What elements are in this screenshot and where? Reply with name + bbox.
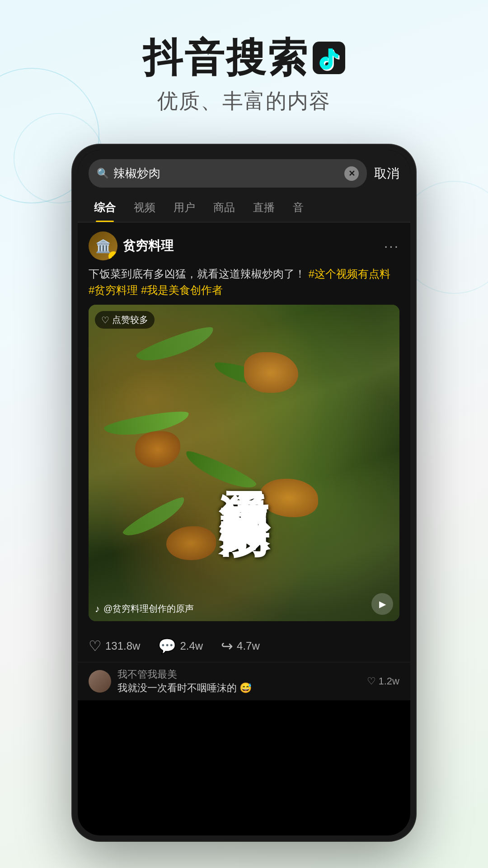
comment-like-number: 1.2w — [379, 675, 399, 687]
post-text: 下饭菜到底有多凶猛，就看这道辣椒炒肉了！ #这个视频有点料 #贫穷料理 #我是美… — [89, 266, 399, 298]
comment-text-area: 我不管我最美 我就没一次看时不咽唾沫的 😅 — [117, 668, 361, 695]
hashtag-1[interactable]: #这个视频有点料 — [309, 268, 390, 280]
commenter-name: 我不管我最美 — [117, 668, 361, 681]
comment-like-icon: ♡ — [367, 675, 376, 687]
like-icon: ♡ — [89, 637, 102, 655]
tab-直播[interactable]: 直播 — [244, 193, 284, 222]
phone-mockup: 🔍 辣椒炒肉 ✕ 取消 综合 视频 用户 商品 — [72, 145, 416, 841]
search-input-container[interactable]: 🔍 辣椒炒肉 ✕ — [89, 159, 367, 188]
tab-音[interactable]: 音 — [284, 193, 313, 222]
avatar: 🏛️ ✓ — [89, 231, 117, 260]
app-title-text: 抖音搜索 — [143, 36, 309, 80]
comment-content: 我就没一次看时不咽唾沫的 😅 — [117, 681, 361, 695]
share-count: 4.7w — [237, 640, 260, 652]
likes-tag-icon: ♡ — [101, 315, 109, 326]
like-button[interactable]: ♡ 131.8w — [89, 637, 140, 655]
comment-preview: 我不管我最美 我就没一次看时不咽唾沫的 😅 ♡ 1.2w — [78, 662, 410, 700]
post-author[interactable]: 🏛️ ✓ 贫穷料理 — [89, 231, 174, 260]
post-header: 🏛️ ✓ 贫穷料理 ··· — [89, 231, 399, 260]
tiktok-logo-icon — [313, 42, 345, 74]
video-title-overlay: 勇猛辣椒炒肉 — [89, 305, 399, 621]
share-button[interactable]: ↪ 4.7w — [221, 637, 260, 655]
verified-badge: ✓ — [108, 251, 117, 260]
tabs-bar: 综合 视频 用户 商品 直播 音 — [78, 193, 410, 222]
tab-综合[interactable]: 综合 — [85, 193, 125, 222]
post-description: 下饭菜到底有多凶猛，就看这道辣椒炒肉了！ — [89, 268, 309, 280]
tab-视频[interactable]: 视频 — [125, 193, 164, 222]
play-button[interactable]: ▶ — [371, 593, 393, 615]
tab-用户[interactable]: 用户 — [164, 193, 204, 222]
phone-frame: 🔍 辣椒炒肉 ✕ 取消 综合 视频 用户 商品 — [72, 145, 416, 841]
interaction-bar: ♡ 131.8w 💬 2.4w ↪ 4.7w — [78, 630, 410, 662]
hashtag-2[interactable]: #贫穷料理 — [89, 284, 138, 296]
app-title: 抖音搜索 — [0, 36, 488, 80]
hashtag-3[interactable]: #我是美食创作者 — [141, 284, 223, 296]
search-query-text: 辣椒炒肉 — [113, 165, 340, 181]
comment-icon: 💬 — [158, 637, 176, 655]
like-count: 131.8w — [105, 640, 140, 652]
tab-商品[interactable]: 商品 — [204, 193, 244, 222]
commenter-avatar — [89, 670, 111, 693]
video-thumbnail[interactable]: 勇猛辣椒炒肉 ♡ 点赞较多 ♪ @贫穷料理创作的原声 — [89, 305, 399, 621]
cancel-search-button[interactable]: 取消 — [374, 165, 399, 182]
search-bar-area: 🔍 辣椒炒肉 ✕ 取消 — [78, 150, 410, 193]
more-options-button[interactable]: ··· — [384, 238, 399, 254]
likes-tag-text: 点赞较多 — [112, 314, 148, 326]
comment-button[interactable]: 💬 2.4w — [158, 637, 203, 655]
app-subtitle: 优质、丰富的内容 — [0, 87, 488, 115]
video-title-text: 勇猛辣椒炒肉 — [217, 452, 272, 474]
search-icon: 🔍 — [97, 168, 109, 179]
audio-text: @贫穷料理创作的原声 — [103, 603, 194, 615]
likes-tag: ♡ 点赞较多 — [95, 311, 155, 329]
audio-bar[interactable]: ♪ @贫穷料理创作的原声 — [95, 603, 194, 615]
tiktok-audio-icon: ♪ — [95, 603, 100, 615]
share-icon: ↪ — [221, 637, 233, 655]
clear-search-button[interactable]: ✕ — [344, 166, 359, 181]
post-card: 🏛️ ✓ 贫穷料理 ··· 下饭菜到底有多凶猛，就看这道辣椒炒肉了！ #这个视频… — [78, 222, 410, 630]
comment-like-count[interactable]: ♡ 1.2w — [367, 675, 399, 687]
content-area: 🏛️ ✓ 贫穷料理 ··· 下饭菜到底有多凶猛，就看这道辣椒炒肉了！ #这个视频… — [78, 222, 410, 700]
header-section: 抖音搜索 优质、丰富的内容 — [0, 0, 488, 133]
phone-screen: 🔍 辣椒炒肉 ✕ 取消 综合 视频 用户 商品 — [78, 150, 410, 835]
comment-count: 2.4w — [180, 640, 203, 652]
author-name: 贫穷料理 — [123, 237, 174, 255]
